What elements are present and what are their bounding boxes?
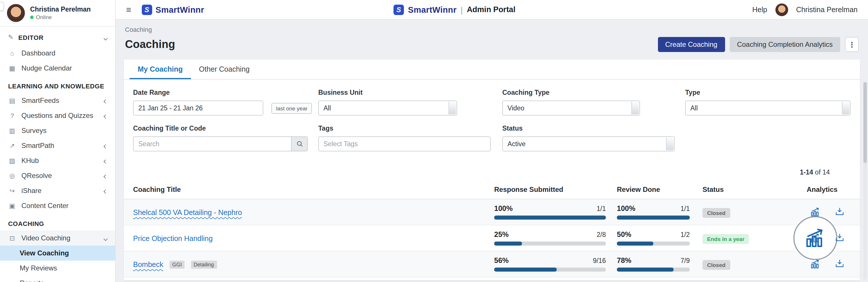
- response-percent: 25%: [494, 231, 509, 239]
- progress-bar: [617, 242, 690, 246]
- sidebar-item-label: Nudge Calendar: [22, 64, 72, 72]
- analytics-chart-button[interactable]: [810, 259, 820, 269]
- vertical-scrollbar[interactable]: [863, 82, 867, 280]
- analytics-chart-button[interactable]: [810, 233, 820, 243]
- business-unit-select[interactable]: All: [318, 101, 457, 115]
- sidebar-item-label: Questions and Quizzes: [22, 111, 93, 119]
- last-one-year-chip[interactable]: last one year: [271, 103, 312, 113]
- response-fraction: 1/1: [597, 205, 606, 212]
- tab-my-coaching[interactable]: My Coaching: [130, 60, 191, 79]
- online-status-icon: [30, 15, 34, 19]
- sidebar-item-nudge-calendar[interactable]: ▦ Nudge Calendar: [0, 61, 115, 76]
- analytics-chart-button[interactable]: [810, 207, 820, 217]
- type-select[interactable]: All: [685, 101, 850, 115]
- calendar-icon: ▦: [8, 64, 16, 72]
- date-range-label: Date Range: [133, 89, 318, 96]
- header-avatar[interactable]: [775, 3, 788, 16]
- sidebar-section-learning-label: LEARNING AND KNOWLEDGE: [0, 76, 115, 93]
- bar-chart-icon: [810, 233, 820, 243]
- smartwinnr-logo-icon: S: [394, 4, 404, 15]
- download-icon: [834, 207, 845, 217]
- brand-name: SmartWinnr: [156, 5, 204, 14]
- download-button[interactable]: [834, 233, 845, 243]
- sidebar-item-reports[interactable]: Reports: [0, 276, 115, 282]
- type-field: Type All: [685, 89, 850, 115]
- sidebar-item-ishare[interactable]: ↪ iShare: [0, 183, 115, 198]
- coaching-tag-chip: GGI: [169, 260, 185, 269]
- download-button[interactable]: [834, 207, 845, 217]
- sidebar-item-qresolve[interactable]: ◎ QResolve: [0, 168, 115, 183]
- coaching-completion-analytics-button[interactable]: Coaching Completion Analytics: [730, 37, 840, 52]
- progress-bar: [617, 268, 690, 272]
- home-icon: ⌂: [8, 50, 16, 57]
- scrollbar-thumb[interactable]: [863, 82, 867, 163]
- brand[interactable]: S SmartWinnr: [142, 4, 204, 15]
- review-fraction: 1/2: [681, 231, 690, 238]
- tab-other-coaching[interactable]: Other Coaching: [191, 60, 258, 79]
- business-unit-label: Business Unit: [318, 89, 502, 96]
- date-range-field: Date Range last one year: [133, 89, 318, 115]
- portal-title: Admin Portal: [467, 5, 515, 14]
- bar-chart-icon: [810, 207, 820, 217]
- coaching-title-link[interactable]: Price Objection Handling: [133, 235, 213, 243]
- app-window: Christina Perelman Online ✎ EDITOR ⌂ Das…: [0, 0, 868, 282]
- sidebar-item-label: QResolve: [22, 172, 52, 180]
- sidebar-item-questions-quizzes[interactable]: ? Questions and Quizzes: [0, 108, 115, 123]
- editor-icon: ✎: [8, 34, 13, 41]
- status-field: Status Active: [502, 125, 685, 151]
- tags-field: Tags: [318, 125, 502, 151]
- progress-bar: [494, 216, 606, 220]
- review-percent: 50%: [617, 231, 631, 239]
- sidebar-item-video-coaching[interactable]: ⊡ Video Coaching: [0, 231, 115, 246]
- user-name: Christina Perelman: [30, 6, 91, 13]
- chevron-left-icon: [103, 175, 107, 179]
- tab-bar: My Coaching Other Coaching: [124, 60, 860, 80]
- coaching-title-link[interactable]: Bombeck: [133, 260, 163, 269]
- portal-brand: S SmartWinnr | Admin Portal: [394, 4, 515, 15]
- download-button[interactable]: [834, 259, 845, 269]
- chevron-down-icon: [103, 237, 107, 241]
- review-fraction: 7/9: [681, 257, 690, 264]
- search-icon: [296, 140, 303, 147]
- create-coaching-button[interactable]: Create Coaching: [658, 37, 725, 52]
- sidebar-item-my-reviews[interactable]: My Reviews: [0, 260, 115, 276]
- sidebar-item-content-center[interactable]: ▣ Content Center: [0, 198, 115, 213]
- coaching-type-field: Coaching Type Video: [502, 89, 685, 115]
- sidebar-item-label: SmartPath: [22, 142, 54, 150]
- help-link[interactable]: Help: [752, 5, 767, 13]
- main-content: Coaching Coaching Create Coaching Coachi…: [116, 20, 868, 282]
- coaching-card: My Coaching Other Coaching Date Range la…: [124, 60, 860, 280]
- quiz-icon: ?: [8, 112, 16, 119]
- date-range-input[interactable]: [133, 101, 263, 115]
- window-edge-handle[interactable]: [0, 2, 4, 11]
- kebab-menu-icon: ⋮: [848, 40, 856, 49]
- status-select[interactable]: Active: [502, 136, 675, 151]
- sidebar-item-smartpath[interactable]: ↗ SmartPath: [0, 138, 115, 153]
- more-options-button[interactable]: ⋮: [845, 37, 859, 52]
- sidebar-item-label: Dashboard: [22, 49, 55, 57]
- sidebar-section-coaching-label: COACHING: [0, 213, 115, 231]
- sidebar-item-surveys[interactable]: ▥ Surveys: [0, 123, 115, 138]
- surveys-icon: ▥: [8, 127, 16, 134]
- sidebar-item-smartfeeds[interactable]: ▤ SmartFeeds: [0, 93, 115, 108]
- sidebar-item-view-coaching[interactable]: View Coaching: [0, 246, 115, 260]
- smartwinnr-logo-icon: S: [142, 4, 152, 15]
- progress-bar: [494, 242, 606, 246]
- sidebar-item-khub[interactable]: ▨ KHub: [0, 153, 115, 168]
- breadcrumb[interactable]: Coaching: [125, 26, 859, 33]
- search-button[interactable]: [292, 136, 308, 151]
- bar-chart-icon: [810, 259, 820, 269]
- coaching-title-link[interactable]: Shelcal 500 VA Detailing - Nephro: [133, 209, 242, 217]
- sidebar-item-dashboard[interactable]: ⌂ Dashboard: [0, 46, 115, 61]
- response-fraction: 9/16: [593, 257, 606, 264]
- chevron-left-icon: [103, 114, 107, 118]
- portal-brand-name: SmartWinnr: [408, 5, 457, 14]
- chevron-down-icon: [103, 36, 107, 40]
- hamburger-menu-icon[interactable]: ≡: [126, 5, 131, 14]
- smartfeeds-icon: ▤: [8, 97, 16, 104]
- user-status: Online: [30, 14, 91, 20]
- tags-input[interactable]: [318, 136, 491, 151]
- coaching-type-select[interactable]: Video: [502, 101, 640, 115]
- sidebar-section-editor[interactable]: ✎ EDITOR: [0, 29, 115, 46]
- coaching-search-input[interactable]: [133, 136, 292, 151]
